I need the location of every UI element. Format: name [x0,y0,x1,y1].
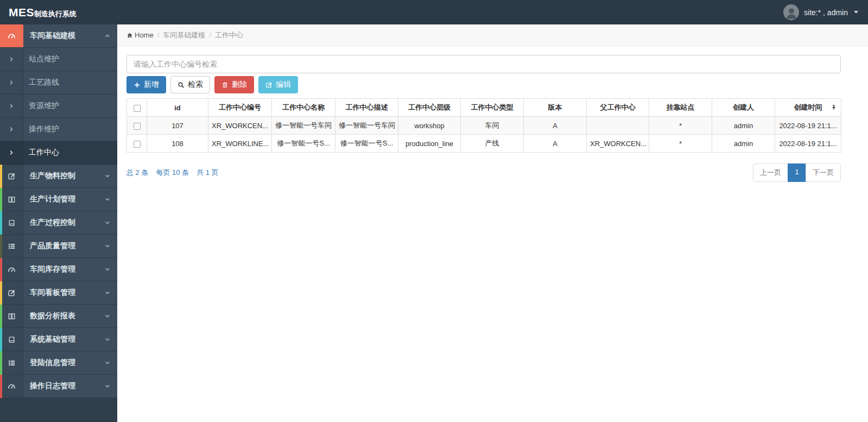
sidebar-group-label: 生产物料控制 [30,171,75,181]
user-avatar [783,4,799,20]
sidebar-item-resource-maintenance[interactable]: 资源维护 [0,95,117,118]
sidebar-group-system-base-management[interactable]: 系统基础管理 [0,328,117,351]
sidebar-group-workshop-inventory-management[interactable]: 车间库存管理 [0,258,117,281]
cell-work-center-name: 修一智能一号车间 [272,117,335,135]
sidebar-group-label: 车间基础建模 [30,31,75,41]
search-input[interactable] [126,55,841,73]
sidebar-item-station-maintenance[interactable]: 站点维护 [0,48,117,71]
cell-attached-station: * [649,117,712,135]
delete-button[interactable]: 删除 [214,76,254,93]
chevron-down-icon [104,313,111,319]
cell-work-center-type: 产线 [461,135,524,153]
user-menu[interactable]: site:* , admin [783,4,868,20]
row-checkbox[interactable] [134,123,141,130]
list-icon [0,235,23,257]
chevron-down-icon [104,196,111,203]
pin-icon[interactable] [831,104,837,111]
sidebar-group-label: 产品质量管理 [30,241,75,251]
table-row[interactable]: 107 XR_WORKCEN... 修一智能一号车间 修一智能一号车间 work… [127,117,841,135]
sidebar-group-label: 生产过程控制 [30,218,75,228]
caret-down-icon [854,11,858,14]
breadcrumb-item-current: 工作中心 [215,30,243,40]
app-logo-text: 制造执行系统 [34,9,77,19]
search-button[interactable]: 检索 [170,76,210,93]
chevron-down-icon [104,219,111,226]
cell-id: 107 [147,117,208,135]
breadcrumb-separator: / [157,31,160,39]
app-logo-bold: MES [9,6,34,19]
table-row[interactable]: 108 XR_WORKLINE... 修一智能一号S... 修一智能一号S...… [127,135,841,153]
gauge-icon [0,258,23,281]
pagination-bar: 总 2 条 每页 10 条 共 1 页 上一页 1 下一页 [126,163,841,182]
gauge-icon [0,375,23,398]
search-button-label: 检索 [188,80,203,90]
breadcrumb-item[interactable]: 车间基础建模 [163,30,205,40]
cell-work-center-code: XR_WORKLINE... [208,135,272,153]
select-all-checkbox[interactable] [134,105,141,112]
cell-work-center-level: production_line [398,135,461,153]
sidebar-item-process-route[interactable]: 工艺路线 [0,71,117,95]
breadcrumb-home[interactable]: Home [126,31,154,39]
columns-icon [0,305,23,327]
column-header-label: 创建时间 [794,103,822,111]
edit-icon [0,281,23,304]
sidebar-group-login-info-management[interactable]: 登陆信息管理 [0,351,117,375]
row-checkbox[interactable] [134,141,141,148]
cell-version: A [524,135,587,153]
column-header: 挂靠站点 [649,99,712,117]
breadcrumb: Home / 车间基础建模 / 工作中心 [117,24,868,46]
content-area: Home / 车间基础建模 / 工作中心 新增 检索 删除 编辑 [117,24,868,422]
sidebar-group-operation-log-management[interactable]: 操作日志管理 [0,375,117,398]
group-accent-strip [0,305,2,328]
add-button[interactable]: 新增 [126,76,166,93]
cell-parent-work-center [587,117,649,135]
toolbar: 新增 检索 删除 编辑 [126,76,841,93]
sidebar-group-production-plan-management[interactable]: 生产计划管理 [0,188,117,211]
cell-work-center-code: XR_WORKCEN... [208,117,272,135]
cell-id: 108 [147,135,208,153]
search-icon [178,81,185,89]
add-button-label: 新增 [144,80,159,90]
column-header: 工作中心编号 [208,99,272,117]
sidebar-group-label: 登陆信息管理 [30,358,75,368]
sidebar-group-workshop-base-modeling[interactable]: 车间基础建模 [0,24,117,48]
chevron-down-icon [104,383,111,389]
chevron-up-icon [104,33,111,39]
column-header: 工作中心描述 [335,99,398,117]
app-logo[interactable]: MES制造执行系统 [0,6,117,19]
sidebar-item-operation-maintenance[interactable]: 操作维护 [0,118,117,141]
cell-work-center-name: 修一智能一号S... [272,135,335,153]
sidebar-group-production-process-control[interactable]: 生产过程控制 [0,211,117,235]
gauge-icon [0,24,23,47]
group-accent-strip [0,188,2,211]
chevron-right-icon [0,141,23,164]
edit-button[interactable]: 编辑 [258,76,298,93]
table-header-row: id 工作中心编号 工作中心名称 工作中心描述 工作中心层级 工作中心类型 版本… [127,99,841,117]
sidebar-group-workshop-kanban-management[interactable]: 车间看板管理 [0,281,117,305]
cell-work-center-desc: 修一智能一号车间 [335,117,398,135]
pagination-page-count: 共 1 页 [197,168,218,178]
chevron-down-icon [104,289,111,296]
cell-work-center-type: 车间 [461,117,524,135]
group-accent-strip [0,281,2,305]
sidebar-group-product-quality-management[interactable]: 产品质量管理 [0,235,117,258]
sidebar-item-label: 站点维护 [29,54,59,64]
prev-page-button[interactable]: 上一页 [753,163,788,182]
top-navbar: MES制造执行系统 site:* , admin [0,0,868,24]
page-1-button[interactable]: 1 [788,163,806,182]
column-header: 版本 [524,99,587,117]
chevron-right-icon [0,71,23,94]
sidebar-group-production-material-control[interactable]: 生产物料控制 [0,165,117,188]
sidebar-group-label: 生产计划管理 [30,194,75,204]
trash-icon [221,81,229,89]
cell-create-time: 2022-08-19 21:1... [775,117,841,135]
sidebar-group-label: 车间库存管理 [30,264,75,274]
cell-parent-work-center: XR_WORKCEN... [587,135,649,153]
pager: 上一页 1 下一页 [753,163,841,182]
sidebar-item-label: 工作中心 [29,148,59,158]
sidebar-group-data-analysis-reports[interactable]: 数据分析报表 [0,305,117,328]
next-page-button[interactable]: 下一页 [806,163,841,182]
sidebar-item-work-center[interactable]: 工作中心 [0,141,117,165]
work-center-table: id 工作中心编号 工作中心名称 工作中心描述 工作中心层级 工作中心类型 版本… [126,98,841,153]
group-accent-strip [0,328,2,351]
